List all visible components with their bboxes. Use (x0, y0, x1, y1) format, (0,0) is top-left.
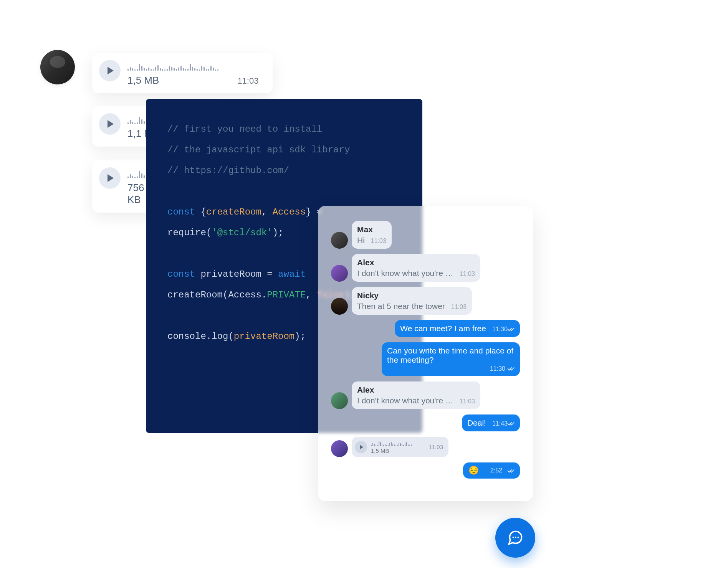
message-text: Then at 5 near the tower (357, 302, 445, 311)
file-size: 1,5 MB (127, 74, 159, 86)
chat-message[interactable]: 😔 2:52 (331, 462, 520, 479)
svg-point-0 (513, 537, 514, 538)
waveform (371, 440, 412, 446)
play-icon[interactable] (355, 441, 367, 453)
chat-message[interactable]: Deal! 11:43 (331, 414, 520, 431)
voice-message[interactable]: 1,5 MB 11:03 (331, 437, 520, 457)
chat-message[interactable]: Max Hi 11:03 (331, 221, 520, 249)
timestamp: 11:43 (492, 420, 508, 427)
waveform (127, 60, 258, 71)
timestamp: 11:03 (451, 304, 467, 310)
timestamp: 11:30 (490, 365, 505, 372)
read-checks-icon (508, 421, 515, 426)
timestamp: 2:52 (490, 467, 502, 474)
avatar (331, 232, 348, 249)
chat-panel: Max Hi 11:03 Alex I don't know what you'… (318, 206, 533, 501)
message-text: I don't know what you're … (357, 396, 453, 405)
message-text: We can meet? I am free (400, 324, 486, 333)
play-icon[interactable] (99, 60, 121, 81)
file-size: 1,5 MB (371, 447, 412, 454)
sender-name: Nicky (357, 291, 467, 300)
sender-name: Alex (357, 385, 475, 395)
chat-message[interactable]: We can meet? I am free 11:30 (331, 320, 520, 337)
chat-message[interactable]: Can you write the time and place of the … (331, 342, 520, 376)
avatar (331, 392, 348, 409)
read-checks-icon (508, 366, 515, 371)
timestamp: 11:03 (237, 76, 258, 86)
avatar (331, 440, 348, 457)
chat-icon (507, 529, 524, 546)
avatar (331, 298, 348, 315)
message-text: Deal! (467, 418, 486, 428)
play-icon[interactable] (99, 167, 121, 189)
voice-message-card[interactable]: 1,5 MB 11:03 (92, 53, 273, 93)
timestamp: 11:03 (460, 398, 475, 405)
read-checks-icon (508, 327, 515, 331)
emoji: 😔 (468, 466, 479, 476)
chat-fab-button[interactable] (495, 518, 535, 558)
play-icon[interactable] (99, 113, 121, 135)
message-text: Hi (357, 236, 365, 245)
message-text: I don't know what you're … (357, 269, 453, 278)
timestamp: 11:03 (460, 271, 475, 277)
sender-name: Max (357, 225, 386, 234)
read-checks-icon (508, 468, 515, 473)
svg-point-2 (518, 537, 519, 538)
message-text: Can you write the time and place of the … (387, 346, 515, 365)
sender-name: Alex (357, 258, 475, 267)
svg-point-1 (515, 537, 516, 538)
avatar (331, 265, 348, 282)
avatar (40, 50, 75, 84)
chat-message[interactable]: Nicky Then at 5 near the tower 11:03 (331, 287, 520, 315)
chat-message[interactable]: Alex I don't know what you're … 11:03 (331, 381, 520, 409)
chat-message[interactable]: Alex I don't know what you're … 11:03 (331, 254, 520, 282)
timestamp: 11:30 (492, 326, 508, 333)
timestamp: 11:03 (371, 238, 386, 244)
timestamp: 11:03 (429, 444, 443, 450)
